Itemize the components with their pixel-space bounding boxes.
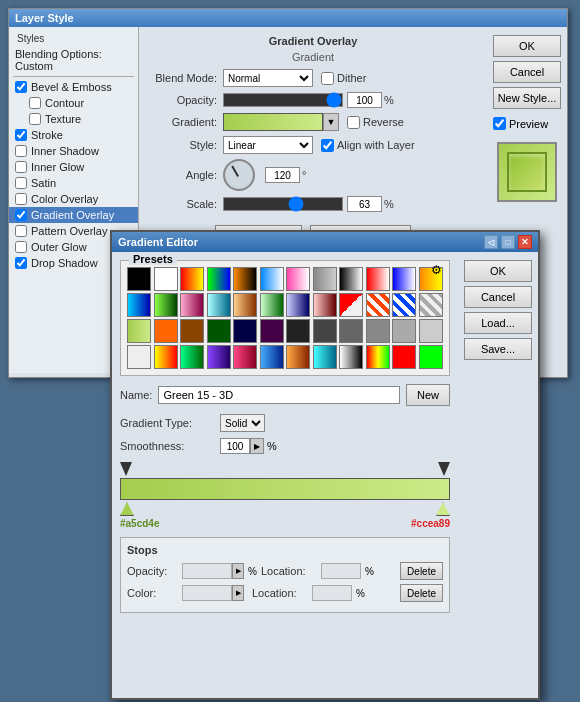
preset-item-30[interactable]	[286, 319, 310, 343]
cancel-button[interactable]: Cancel	[493, 61, 561, 83]
preset-item-23[interactable]	[419, 293, 443, 317]
pattern-overlay-checkbox[interactable]	[15, 225, 27, 237]
color-stop-right[interactable]	[436, 502, 450, 516]
preview-checkbox[interactable]	[493, 117, 506, 130]
ok-button[interactable]: OK	[493, 35, 561, 57]
title-icon-2[interactable]: □	[501, 235, 515, 249]
preset-item-44[interactable]	[339, 345, 363, 369]
preset-item-33[interactable]	[366, 319, 390, 343]
color-field-input[interactable]	[182, 585, 232, 601]
preset-item-10[interactable]	[392, 267, 416, 291]
sidebar-item-color-overlay[interactable]: Color Overlay	[9, 191, 138, 207]
preset-item-45[interactable]	[366, 345, 390, 369]
scale-slider[interactable]	[223, 197, 343, 211]
dither-checkbox[interactable]	[321, 72, 334, 85]
preset-item-39[interactable]	[207, 345, 231, 369]
preset-item-6[interactable]	[286, 267, 310, 291]
angle-dial[interactable]	[223, 159, 255, 191]
preset-item-0[interactable]	[127, 267, 151, 291]
preset-item-14[interactable]	[180, 293, 204, 317]
sidebar-item-gradient-overlay[interactable]: Gradient Overlay	[9, 207, 138, 223]
preset-item-24[interactable]	[127, 319, 151, 343]
preset-item-8[interactable]	[339, 267, 363, 291]
gradient-dropdown-btn[interactable]: ▼	[323, 113, 339, 131]
preset-item-12[interactable]	[127, 293, 151, 317]
preset-item-5[interactable]	[260, 267, 284, 291]
preset-item-25[interactable]	[154, 319, 178, 343]
satin-checkbox[interactable]	[15, 177, 27, 189]
title-icon-1[interactable]: ◁	[484, 235, 498, 249]
preset-item-7[interactable]	[313, 267, 337, 291]
opacity-slider[interactable]	[223, 93, 343, 107]
opacity-stop-right[interactable]	[438, 462, 450, 476]
preset-item-20[interactable]	[339, 293, 363, 317]
dither-label[interactable]: Dither	[321, 72, 366, 85]
preset-item-1[interactable]	[154, 267, 178, 291]
sidebar-item-satin[interactable]: Satin	[9, 175, 138, 191]
inner-glow-checkbox[interactable]	[15, 161, 27, 173]
preset-item-42[interactable]	[286, 345, 310, 369]
outer-glow-checkbox[interactable]	[15, 241, 27, 253]
opacity-stop-left[interactable]	[120, 462, 132, 476]
preset-item-32[interactable]	[339, 319, 363, 343]
preset-item-26[interactable]	[180, 319, 204, 343]
preset-item-47[interactable]	[419, 345, 443, 369]
opacity-arrow[interactable]: ▶	[232, 563, 244, 579]
preset-item-38[interactable]	[180, 345, 204, 369]
preset-item-17[interactable]	[260, 293, 284, 317]
reverse-checkbox[interactable]	[347, 116, 360, 129]
reverse-label[interactable]: Reverse	[347, 116, 404, 129]
name-input[interactable]	[158, 386, 400, 404]
preset-item-28[interactable]	[233, 319, 257, 343]
color-loc-input[interactable]	[312, 585, 352, 601]
preset-item-18[interactable]	[286, 293, 310, 317]
title-close-btn[interactable]: ✕	[518, 235, 532, 249]
new-gradient-btn[interactable]: New	[406, 384, 450, 406]
preset-item-16[interactable]	[233, 293, 257, 317]
preset-item-19[interactable]	[313, 293, 337, 317]
preset-item-36[interactable]	[127, 345, 151, 369]
drop-shadow-checkbox[interactable]	[15, 257, 27, 269]
scale-value-input[interactable]	[347, 196, 382, 212]
contour-checkbox[interactable]	[29, 97, 41, 109]
preset-item-29[interactable]	[260, 319, 284, 343]
sidebar-item-blending[interactable]: Blending Options: Custom	[9, 46, 138, 74]
opacity-loc-input[interactable]	[321, 563, 361, 579]
ge-cancel-btn[interactable]: Cancel	[464, 286, 532, 308]
align-with-layer-label[interactable]: Align with Layer	[321, 139, 415, 152]
gradient-type-select[interactable]: Solid	[220, 414, 265, 432]
opacity-delete-btn[interactable]: Delete	[400, 562, 443, 580]
inner-shadow-checkbox[interactable]	[15, 145, 27, 157]
color-arrow[interactable]: ▶	[232, 585, 244, 601]
preset-item-46[interactable]	[392, 345, 416, 369]
preset-item-4[interactable]	[233, 267, 257, 291]
stroke-checkbox[interactable]	[15, 129, 27, 141]
sidebar-item-inner-glow[interactable]: Inner Glow	[9, 159, 138, 175]
preset-item-35[interactable]	[419, 319, 443, 343]
style-select[interactable]: Linear	[223, 136, 313, 154]
preset-item-22[interactable]	[392, 293, 416, 317]
ge-load-btn[interactable]: Load...	[464, 312, 532, 334]
preset-item-43[interactable]	[313, 345, 337, 369]
preset-item-40[interactable]	[233, 345, 257, 369]
color-stop-left[interactable]	[120, 502, 134, 516]
preset-item-27[interactable]	[207, 319, 231, 343]
texture-checkbox[interactable]	[29, 113, 41, 125]
gradient-preview-box[interactable]	[223, 113, 323, 131]
smoothness-value[interactable]	[220, 438, 250, 454]
color-delete-btn[interactable]: Delete	[400, 584, 443, 602]
preset-item-15[interactable]	[207, 293, 231, 317]
align-with-layer-checkbox[interactable]	[321, 139, 334, 152]
preset-item-37[interactable]	[154, 345, 178, 369]
ge-save-btn[interactable]: Save...	[464, 338, 532, 360]
preset-item-31[interactable]	[313, 319, 337, 343]
opacity-field-input[interactable]	[182, 563, 232, 579]
bevel-checkbox[interactable]	[15, 81, 27, 93]
gradient-overlay-checkbox[interactable]	[15, 209, 27, 221]
angle-value-input[interactable]	[265, 167, 300, 183]
preset-item-41[interactable]	[260, 345, 284, 369]
opacity-value-input[interactable]	[347, 92, 382, 108]
preset-item-21[interactable]	[366, 293, 390, 317]
sidebar-item-stroke[interactable]: Stroke	[9, 127, 138, 143]
preset-item-3[interactable]	[207, 267, 231, 291]
